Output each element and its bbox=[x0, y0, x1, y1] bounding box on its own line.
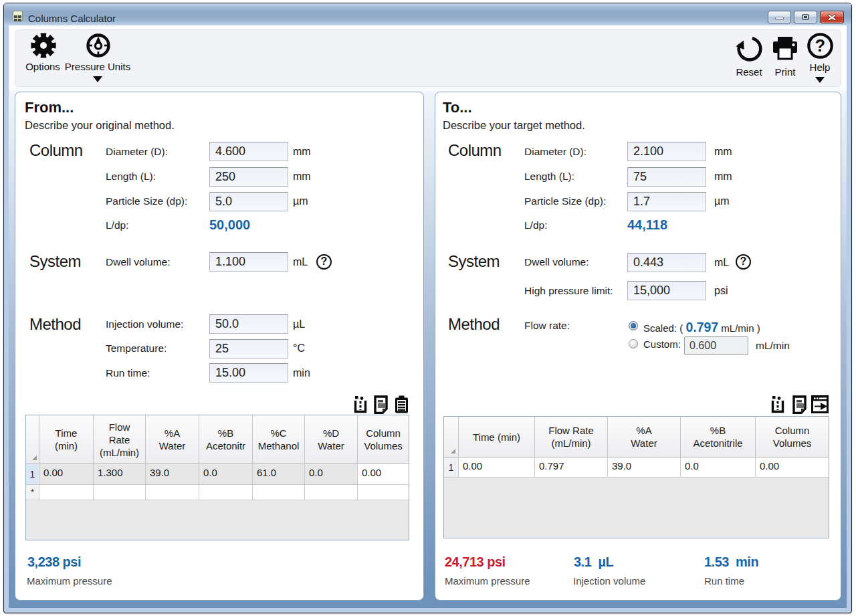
svg-text:?: ? bbox=[815, 36, 825, 55]
